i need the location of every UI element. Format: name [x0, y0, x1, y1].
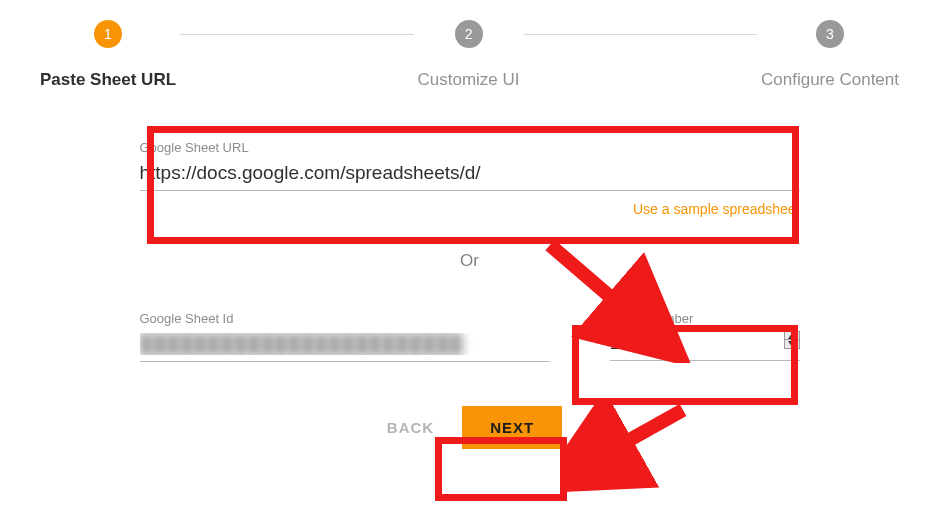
url-input[interactable]: [140, 158, 800, 191]
step-1-number: 1: [94, 20, 122, 48]
sheet-id-label: Google Sheet Id: [140, 311, 550, 326]
svg-marker-1: [788, 341, 796, 347]
step-1-label: Paste Sheet URL: [40, 70, 176, 90]
step-2-label: Customize UI: [418, 70, 520, 90]
url-label: Google Sheet URL: [140, 140, 800, 155]
step-3-label: Configure Content: [761, 70, 899, 90]
svg-line-3: [550, 245, 650, 331]
stepper: 1 Paste Sheet URL 2 Customize UI 3 Confi…: [0, 0, 939, 90]
sample-spreadsheet-link[interactable]: Use a sample spreadsheet: [140, 201, 800, 217]
step-1[interactable]: 1 Paste Sheet URL: [40, 20, 176, 90]
step-2[interactable]: 2 Customize UI: [418, 20, 520, 90]
step-2-number: 2: [455, 20, 483, 48]
spinner-up-button[interactable]: [784, 331, 800, 340]
sheet-id-input[interactable]: [140, 329, 550, 362]
sheet-id-block: Google Sheet Id: [140, 301, 550, 364]
or-divider: Or: [140, 251, 800, 271]
annotation-arrow-2: [563, 402, 703, 492]
number-spinner: [784, 331, 800, 349]
back-button[interactable]: BACK: [377, 407, 444, 448]
step-3[interactable]: 3 Configure Content: [761, 20, 899, 90]
stepper-line: [180, 34, 413, 35]
next-button[interactable]: NEXT: [462, 406, 562, 449]
url-field-block: Google Sheet URL Use a sample spreadshee…: [140, 130, 800, 219]
spinner-down-button[interactable]: [784, 340, 800, 349]
step-3-number: 3: [816, 20, 844, 48]
stepper-line: [524, 34, 757, 35]
id-and-number-row: Google Sheet Id Sheet Number: [140, 301, 800, 364]
chevron-up-icon: [788, 333, 796, 339]
svg-line-5: [583, 410, 683, 466]
svg-marker-0: [788, 333, 796, 339]
chevron-down-icon: [788, 341, 796, 347]
annotation-arrow-1: [540, 233, 700, 363]
